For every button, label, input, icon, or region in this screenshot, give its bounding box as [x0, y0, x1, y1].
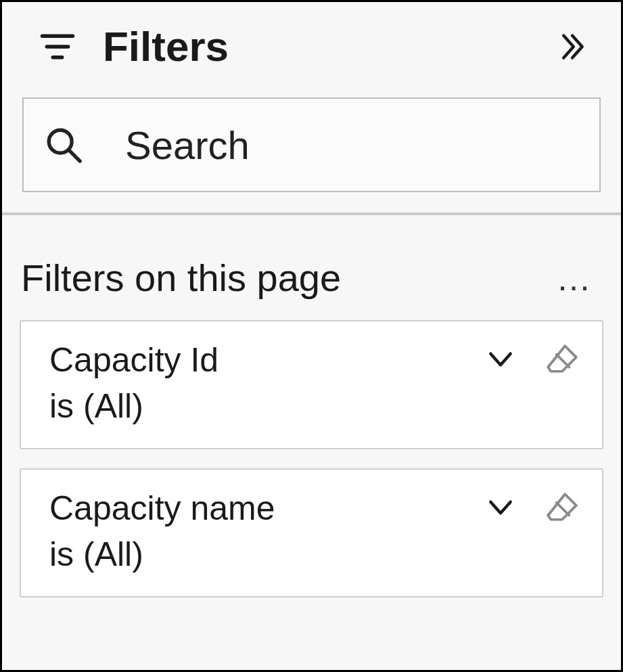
search-input[interactable]: [124, 122, 579, 169]
svg-line-4: [69, 150, 80, 161]
clear-filter-button[interactable]: [545, 490, 579, 524]
svg-line-6: [557, 503, 570, 516]
panel-title: Filters: [103, 22, 551, 70]
svg-line-5: [557, 355, 570, 367]
search-container: [2, 84, 621, 212]
filter-name: Capacity name: [49, 486, 486, 532]
section-header: Filters on this page …: [20, 256, 603, 320]
filter-card[interactable]: Capacity Id is (All): [20, 320, 603, 449]
filter-card-actions: [486, 486, 579, 524]
filter-card-actions: [486, 338, 579, 376]
search-box[interactable]: [22, 97, 601, 192]
expand-filter-button[interactable]: [486, 492, 515, 522]
filter-icon: [39, 28, 76, 65]
section-title: Filters on this page: [21, 256, 341, 300]
clear-filter-button[interactable]: [545, 342, 579, 376]
filter-card[interactable]: Capacity name is (All): [20, 468, 603, 598]
filter-card-text: Capacity Id is (All): [49, 338, 486, 429]
filters-panel: Filters Filters on this page …: [0, 0, 623, 672]
filters-on-page-section: Filters on this page … Capacity Id is (A…: [2, 215, 621, 617]
filter-card-text: Capacity name is (All): [49, 486, 486, 577]
collapse-panel-button[interactable]: [551, 25, 594, 68]
search-icon: [44, 125, 83, 164]
filter-status: is (All): [49, 384, 486, 430]
filter-name: Capacity Id: [49, 338, 486, 384]
filter-status: is (All): [49, 532, 486, 578]
panel-header: Filters: [2, 2, 621, 84]
expand-filter-button[interactable]: [486, 344, 515, 374]
section-more-button[interactable]: …: [552, 261, 598, 296]
